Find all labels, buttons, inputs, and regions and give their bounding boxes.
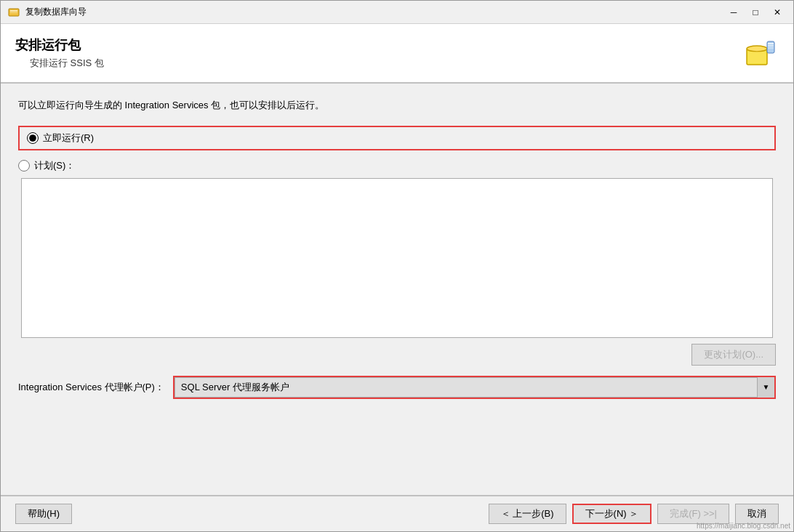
footer-left: 帮助(H): [15, 504, 72, 524]
next-button[interactable]: 下一步(N) ＞: [572, 504, 652, 524]
window-title: 复制数据库向导: [25, 6, 723, 18]
header-title: 安排运行包: [15, 36, 104, 54]
close-button[interactable]: ✕: [767, 5, 787, 20]
svg-rect-9: [768, 47, 774, 49]
content-area: 可以立即运行向导生成的 Integration Services 包，也可以安排…: [1, 84, 793, 495]
radio-group: 立即运行(R) 计划(S)：: [18, 126, 776, 172]
title-bar: 复制数据库向导 ─ □ ✕: [1, 1, 793, 24]
description-text: 可以立即运行向导生成的 Integration Services 包，也可以安排…: [18, 98, 776, 113]
schedule-box: [21, 178, 773, 338]
help-button[interactable]: 帮助(H): [15, 504, 72, 524]
header-area: 安排运行包 安排运行 SSIS 包: [1, 24, 793, 84]
svg-rect-5: [748, 52, 766, 63]
radio-immediate-label[interactable]: 立即运行(R): [43, 132, 94, 145]
svg-rect-2: [10, 12, 17, 13]
svg-rect-7: [768, 43, 774, 44]
agent-row: Integration Services 代理帐户(P)： SQL Server…: [18, 376, 776, 399]
svg-point-4: [747, 46, 767, 52]
radio-schedule[interactable]: [18, 160, 30, 172]
cancel-button[interactable]: 取消: [735, 504, 779, 524]
header-subtitle: 安排运行 SSIS 包: [30, 57, 104, 70]
svg-rect-8: [768, 45, 774, 47]
footer: 帮助(H) ＜ 上一步(B) 下一步(N) ＞ 完成(F) >>| 取消: [1, 495, 793, 531]
change-schedule-button[interactable]: 更改计划(O)...: [691, 344, 776, 366]
back-button[interactable]: ＜ 上一步(B): [489, 504, 566, 524]
minimize-button[interactable]: ─: [723, 5, 744, 20]
agent-label: Integration Services 代理帐户(P)：: [18, 381, 164, 394]
radio-schedule-label[interactable]: 计划(S)：: [34, 159, 75, 172]
radio-immediate[interactable]: [27, 132, 39, 144]
radio-immediate-highlighted: 立即运行(R): [18, 126, 776, 150]
svg-rect-1: [10, 10, 17, 12]
window-controls: ─ □ ✕: [723, 5, 787, 20]
radio-schedule-item: 计划(S)：: [18, 159, 776, 172]
main-window: 复制数据库向导 ─ □ ✕ 安排运行包 安排运行 SSIS 包: [0, 0, 794, 532]
footer-right: ＜ 上一步(B) 下一步(N) ＞ 完成(F) >>| 取消: [489, 504, 779, 524]
watermark: https://maijianc.blog.csdn.net: [697, 522, 790, 530]
agent-select[interactable]: SQL Server 代理服务帐户: [175, 377, 774, 398]
header-icon: [741, 34, 779, 72]
header-text: 安排运行包 安排运行 SSIS 包: [15, 36, 104, 70]
window-icon: [7, 5, 21, 20]
agent-select-wrapper: SQL Server 代理服务帐户 ▼: [173, 376, 776, 399]
restore-button[interactable]: □: [745, 5, 766, 20]
finish-button[interactable]: 完成(F) >>|: [657, 504, 729, 524]
